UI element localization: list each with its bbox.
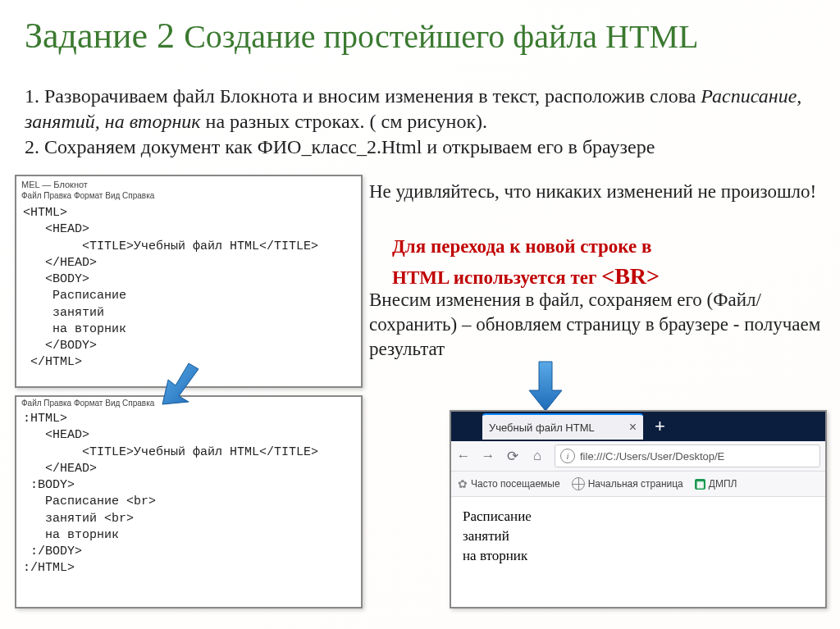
content-line-1: Расписание (463, 507, 814, 526)
content-line-2: занятий (463, 526, 814, 546)
arrow-down-left-icon (156, 359, 205, 408)
side-text-result: Внесим изменения в файл, сохраняем его (… (369, 288, 829, 362)
svg-marker-1 (529, 362, 562, 411)
gear-icon: ✿ (458, 477, 468, 490)
bookmark-frequent-label: Часто посещаемые (471, 478, 560, 490)
tab-title: Учебный файл HTML (489, 422, 595, 434)
side2-line1: Для перехода к новой строке в (392, 236, 651, 257)
bookmark-dmpl-label: ДМПЛ (709, 478, 737, 490)
reload-icon[interactable]: ⟳ (505, 449, 520, 463)
svg-marker-0 (162, 363, 199, 404)
bookmark-startpage-label: Начальная страница (588, 478, 683, 490)
notepad-window-2: Файл Правка Формат Вид Справка :HTML> <H… (15, 395, 363, 608)
new-tab-icon[interactable]: + (655, 416, 665, 437)
slide: Задание 2 Создание простейшего файла HTM… (0, 0, 840, 629)
bookmark-dmpl[interactable]: ▦ДМПЛ (695, 478, 737, 490)
bookmark-startpage[interactable]: Начальная страница (572, 477, 683, 490)
notepad1-menu: Файл Правка Формат Вид Справка (16, 189, 361, 202)
title-prefix: Задание 2 (25, 16, 184, 56)
notepad1-titlebar: MEL — Блокнот (16, 176, 361, 189)
tab-close-icon[interactable]: × (621, 420, 637, 435)
browser-window: Учебный файл HTML × + ← → ⟳ ⌂ i file:///… (450, 410, 827, 608)
slide-title: Задание 2 Создание простейшего файла HTM… (25, 15, 698, 57)
home-icon[interactable]: ⌂ (530, 449, 545, 463)
instructions-text: 1. Разворачиваем файл Блокнота и вносим … (25, 84, 812, 161)
browser-tabbar: Учебный файл HTML × + (451, 412, 825, 441)
browser-content: Расписание занятий на вторник (451, 497, 825, 575)
notepad2-body: :HTML> <HEAD> <TITLE>Учебный файл HTML</… (16, 409, 361, 579)
side-text-br-tag: Для перехода к новой строке в HTML испол… (392, 233, 835, 294)
url-bar[interactable]: i file:///C:/Users/User/Desktop/E (555, 444, 820, 467)
notepad1-body: <HTML> <HEAD> <TITLE>Учебный файл HTML</… (16, 202, 361, 375)
globe-icon (572, 477, 585, 490)
info-icon[interactable]: i (560, 449, 575, 463)
square-icon: ▦ (695, 479, 705, 490)
br-tag-highlight: <BR> (601, 263, 660, 289)
arrow-down-icon (525, 358, 566, 415)
side-text-no-changes: Не удивляйтесь, что никаких изменений не… (369, 180, 829, 204)
url-text: file:///C:/Users/User/Desktop/E (580, 450, 724, 463)
forward-icon[interactable]: → (481, 449, 495, 463)
bookmark-frequent[interactable]: ✿Часто посещаемые (458, 477, 560, 490)
content-line-3: на вторник (463, 546, 814, 566)
title-main: Создание простейшего файла HTML (184, 18, 698, 55)
side2-line2: HTML используется тег (392, 267, 601, 288)
browser-tab[interactable]: Учебный файл HTML × (482, 413, 643, 440)
bookmarks-bar: ✿Часто посещаемые Начальная страница ▦ДМ… (451, 472, 825, 497)
back-icon[interactable]: ← (456, 449, 471, 463)
notepad-window-1: MEL — Блокнот Файл Правка Формат Вид Спр… (15, 175, 363, 388)
browser-toolbar: ← → ⟳ ⌂ i file:///C:/Users/User/Desktop/… (451, 441, 825, 472)
